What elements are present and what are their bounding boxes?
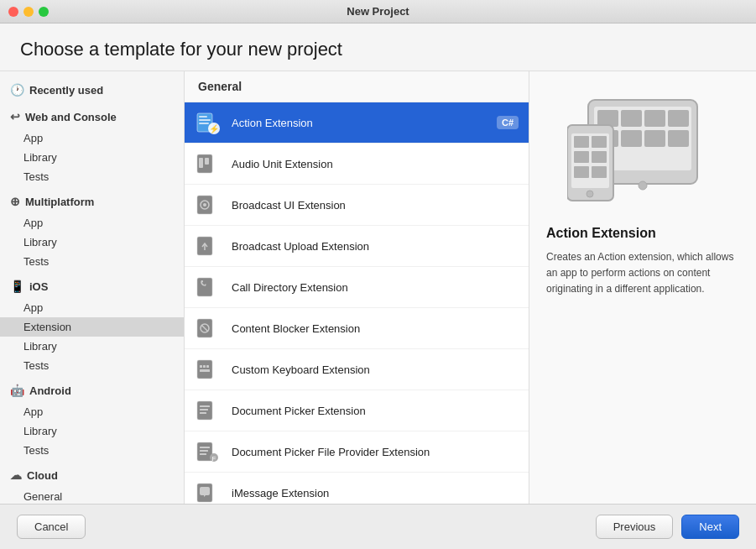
sidebar-item-multi-app[interactable]: App (0, 213, 184, 233)
template-item-imessage[interactable]: iMessage Extension (185, 473, 529, 504)
page-title: Choose a template for your new project (20, 39, 736, 60)
sidebar-section-label-web-console: Web and Console (25, 111, 117, 123)
ios-icon: 📱 (10, 280, 24, 293)
template-item-audio-unit[interactable]: Audio Unit Extension (185, 144, 529, 185)
template-item-document-picker-file-provider[interactable]: F Document Picker File Provider Extensio… (185, 431, 529, 473)
minimize-button[interactable] (23, 7, 34, 17)
sidebar-item-web-library[interactable]: Library (0, 148, 184, 167)
sidebar-section-label-android: Android (29, 384, 71, 397)
sidebar-section-label-multiplatform: Multiplatform (25, 196, 94, 208)
svg-rect-51 (574, 136, 589, 148)
svg-point-11 (203, 203, 206, 207)
detail-illustration (546, 92, 739, 209)
sidebar-item-android-library[interactable]: Library (0, 421, 184, 441)
template-name-action-extension: Action Extension (232, 117, 487, 129)
window-controls (8, 7, 49, 17)
template-panel: General ⚡ Action Extension C# (185, 71, 529, 504)
cancel-button[interactable]: Cancel (17, 515, 86, 539)
sidebar-section-recently-used: 🕐 Recently used (0, 78, 184, 102)
sidebar-section-header-multiplatform[interactable]: ⊕ Multiplatform (0, 190, 184, 213)
sidebar-item-ios-tests[interactable]: Tests (0, 356, 184, 375)
sidebar-section-label-ios: iOS (29, 280, 48, 293)
android-icon: 🤖 (10, 384, 24, 397)
svg-rect-2 (199, 119, 211, 121)
sidebar-item-web-app[interactable]: App (0, 128, 184, 148)
imessage-icon (195, 479, 222, 504)
sidebar-item-android-tests[interactable]: Tests (0, 441, 184, 460)
close-button[interactable] (8, 7, 18, 17)
sidebar-item-multi-tests[interactable]: Tests (0, 252, 184, 271)
svg-rect-52 (592, 136, 607, 148)
cs-badge-action-extension: C# (497, 116, 519, 129)
svg-rect-41 (621, 110, 642, 127)
cloud-icon: ☁ (10, 468, 22, 482)
svg-rect-8 (205, 158, 209, 165)
sidebar-section-header-cloud[interactable]: ☁ Cloud (0, 463, 184, 487)
svg-rect-42 (644, 110, 665, 127)
svg-rect-47 (668, 130, 689, 147)
template-item-document-picker[interactable]: Document Picker Extension (185, 390, 529, 431)
template-panel-header: General (185, 71, 529, 102)
sidebar-section-multiplatform: ⊕ Multiplatform App Library Tests (0, 190, 184, 271)
sidebar-section-header-ios[interactable]: 📱 iOS (0, 274, 184, 298)
sidebar-item-web-tests[interactable]: Tests (0, 167, 184, 186)
sidebar-section-header-recently-used[interactable]: 🕐 Recently used (0, 78, 184, 102)
sidebar: 🕐 Recently used ↩ Web and Console App Li… (0, 71, 185, 504)
template-name-custom-keyboard: Custom Keyboard Extension (232, 363, 519, 376)
call-directory-icon (195, 274, 222, 301)
template-name-call-directory: Call Directory Extension (232, 281, 519, 294)
action-extension-icon: ⚡ (195, 109, 222, 136)
template-item-custom-keyboard[interactable]: Custom Keyboard Extension (185, 349, 529, 390)
detail-description: Creates an Action extension, which allow… (546, 249, 739, 298)
template-item-call-directory[interactable]: Call Directory Extension (185, 267, 529, 308)
broadcast-upload-icon (195, 233, 222, 259)
sidebar-item-cloud-general[interactable]: General (0, 487, 184, 504)
sidebar-section-label-recently-used: Recently used (29, 84, 103, 97)
svg-rect-19 (200, 365, 202, 368)
next-button[interactable]: Next (681, 515, 739, 539)
sidebar-item-ios-app[interactable]: App (0, 298, 184, 317)
svg-rect-46 (644, 130, 665, 147)
svg-rect-25 (200, 409, 208, 410)
template-name-document-picker-file-provider: Document Picker File Provider Extension (232, 446, 519, 458)
sidebar-item-ios-extension[interactable]: Extension (0, 317, 184, 337)
clock-icon: 🕐 (10, 83, 24, 97)
svg-rect-3 (199, 123, 209, 124)
sidebar-section-header-android[interactable]: 🤖 Android (0, 379, 184, 402)
template-name-broadcast-upload: Broadcast Upload Extension (232, 240, 519, 253)
main-header: Choose a template for your new project (0, 24, 756, 71)
document-picker-icon (195, 397, 222, 424)
template-name-document-picker: Document Picker Extension (232, 405, 519, 417)
custom-keyboard-icon (195, 356, 222, 383)
svg-rect-26 (200, 412, 206, 414)
sidebar-item-android-app[interactable]: App (0, 402, 184, 421)
svg-rect-30 (200, 453, 206, 455)
svg-rect-14 (197, 278, 212, 296)
svg-rect-45 (621, 130, 642, 147)
svg-rect-29 (200, 450, 208, 452)
template-item-content-blocker[interactable]: Content Blocker Extension (185, 308, 529, 349)
sidebar-section-header-web-console[interactable]: ↩ Web and Console (0, 105, 184, 128)
svg-text:F: F (212, 455, 216, 463)
sidebar-section-cloud: ☁ Cloud General (0, 463, 184, 504)
template-name-content-blocker: Content Blocker Extension (232, 322, 519, 335)
maximize-button[interactable] (39, 7, 49, 17)
template-item-broadcast-upload[interactable]: Broadcast Upload Extension (185, 226, 529, 267)
window-title: New Project (347, 5, 409, 18)
detail-title: Action Extension (546, 226, 656, 241)
content-area: 🕐 Recently used ↩ Web and Console App Li… (0, 71, 756, 504)
svg-rect-56 (592, 166, 607, 178)
template-list: ⚡ Action Extension C# Audio Unit Extensi… (185, 102, 529, 504)
svg-rect-22 (200, 369, 210, 372)
template-item-action-extension[interactable]: ⚡ Action Extension C# (185, 102, 529, 144)
footer-right: Previous Next (596, 515, 739, 539)
previous-button[interactable]: Previous (596, 515, 674, 539)
document-picker-file-provider-icon: F (195, 438, 222, 465)
template-item-broadcast-ui[interactable]: Broadcast UI Extension (185, 185, 529, 226)
sidebar-section-web-console: ↩ Web and Console App Library Tests (0, 105, 184, 186)
sidebar-item-multi-library[interactable]: Library (0, 233, 184, 252)
svg-rect-7 (199, 158, 203, 168)
sidebar-section-label-cloud: Cloud (27, 469, 58, 482)
sidebar-item-ios-library[interactable]: Library (0, 337, 184, 356)
broadcast-ui-icon (195, 191, 222, 218)
